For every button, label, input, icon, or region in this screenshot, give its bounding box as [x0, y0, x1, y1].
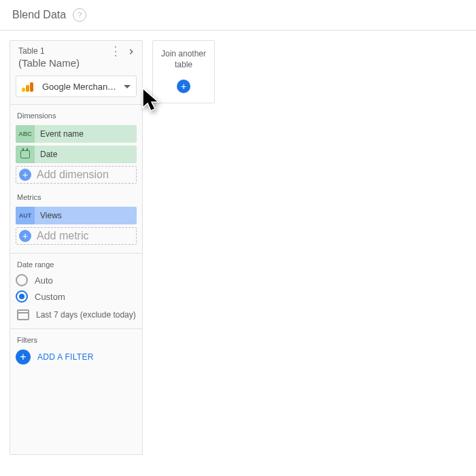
- filters-heading: Filters: [16, 336, 137, 344]
- radio-label: Auto: [35, 275, 53, 286]
- dimension-label: Event name: [35, 129, 84, 139]
- date-range-auto-radio[interactable]: Auto: [16, 274, 137, 286]
- text-type-icon: ABC: [16, 125, 35, 143]
- dimension-label: Date: [35, 150, 57, 159]
- dropdown-caret-icon: [124, 85, 131, 88]
- data-source-select[interactable]: Google Merchan…: [16, 75, 137, 97]
- plus-icon: +: [177, 80, 190, 93]
- radio-icon: [16, 290, 28, 303]
- add-dimension-label: Add dimension: [31, 169, 109, 181]
- table-name[interactable]: (Table Name): [18, 57, 134, 69]
- join-another-table-button[interactable]: Join another table +: [152, 40, 215, 103]
- chevron-right-icon[interactable]: [126, 46, 137, 60]
- google-analytics-icon: [22, 80, 35, 93]
- radio-icon: [16, 274, 28, 286]
- plus-icon: +: [19, 169, 31, 181]
- page-header: Blend Data ?: [0, 0, 476, 31]
- date-range-value: Last 7 days (exclude today): [36, 310, 136, 320]
- metric-label: Views: [35, 211, 62, 220]
- add-filter-label: ADD A FILTER: [37, 352, 94, 362]
- metrics-heading: Metrics: [16, 193, 137, 201]
- more-vert-icon[interactable]: ⋮: [109, 46, 122, 56]
- empty-space: [10, 373, 142, 454]
- dimension-chip-date[interactable]: Date: [16, 146, 137, 163]
- join-label: Join another table: [157, 49, 210, 70]
- add-metric-label: Add metric: [31, 230, 88, 242]
- add-metric-button[interactable]: + Add metric: [16, 227, 137, 245]
- metric-chip-views[interactable]: AUT Views: [16, 207, 137, 224]
- dimension-chip-event-name[interactable]: ABC Event name: [16, 125, 137, 143]
- table-card-1: Table 1 (Table Name) ⋮ Google Merchan… D…: [10, 40, 143, 455]
- add-filter-button[interactable]: + ADD A FILTER: [16, 350, 137, 364]
- page-title: Blend Data: [12, 9, 66, 21]
- filters-section: Filters + ADD A FILTER: [10, 328, 142, 373]
- add-dimension-button[interactable]: + Add dimension: [16, 166, 137, 184]
- date-range-section: Date range Auto Custom Last 7 days (excl…: [10, 253, 142, 328]
- calendar-icon: [17, 309, 29, 320]
- plus-icon: +: [19, 230, 31, 242]
- date-range-picker[interactable]: Last 7 days (exclude today): [16, 309, 137, 320]
- table-header: Table 1 (Table Name) ⋮: [10, 41, 142, 75]
- calendar-type-icon: [16, 146, 35, 163]
- radio-label: Custom: [35, 292, 65, 302]
- dimensions-heading: Dimensions: [16, 112, 137, 120]
- date-range-heading: Date range: [16, 260, 137, 269]
- plus-icon: +: [16, 350, 31, 364]
- auto-type-icon: AUT: [16, 207, 35, 224]
- blend-canvas: Table 1 (Table Name) ⋮ Google Merchan… D…: [0, 31, 476, 464]
- help-icon[interactable]: ?: [73, 8, 86, 22]
- dimensions-section: Dimensions ABC Event name Date + Add dim…: [10, 104, 142, 253]
- date-range-custom-radio[interactable]: Custom: [16, 290, 137, 303]
- data-source-label: Google Merchan…: [42, 82, 120, 92]
